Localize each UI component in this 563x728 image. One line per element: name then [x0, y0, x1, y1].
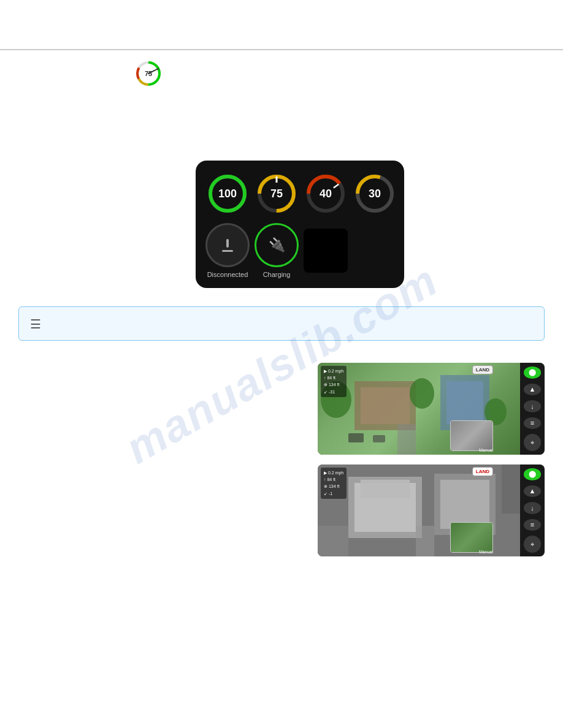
thermal-stat-signal: ↙ -1	[324, 490, 343, 497]
svg-rect-23	[348, 433, 364, 442]
drone-thermal-btn-gamepad[interactable]: ⌖	[524, 536, 541, 553]
drone-screenshot-thermal: ▶ 0.2 mph ↑ 84 ft ⊕ 134 ft ↙ -1 LAND Man…	[318, 464, 545, 556]
drone-btn-control: ⌖	[524, 434, 541, 451]
svg-rect-16	[361, 387, 410, 424]
note-box: ☰	[18, 306, 545, 341]
disconnected-icon-box	[205, 223, 250, 267]
gauge-100: 100	[205, 172, 250, 216]
gauge-label-75: 75	[270, 188, 283, 200]
disconnect-dot	[226, 239, 229, 248]
gauge-75: 75	[255, 172, 299, 216]
drone-thermal-stats-box: ▶ 0.2 mph ↑ 84 ft ⊕ 134 ft ↙ -1	[321, 468, 347, 499]
drone-thermal-btn-menu[interactable]: ≡	[524, 519, 541, 531]
svg-rect-33	[416, 526, 434, 556]
svg-rect-24	[373, 435, 385, 442]
status-charging: 🔌 Charging	[255, 223, 299, 278]
svg-rect-28	[361, 480, 410, 498]
svg-point-20	[410, 378, 434, 409]
hidden-box-1	[304, 229, 348, 273]
stat-signal: ↙ -31	[324, 389, 343, 395]
top-gauge-area: 75	[0, 50, 563, 87]
drone-btn-gamepad[interactable]: ⌖	[524, 434, 541, 451]
drone-thermal-btn-control: ⌖	[524, 536, 541, 553]
status-hidden-1	[304, 223, 348, 278]
drone-btn-down[interactable]: ↓	[524, 400, 541, 412]
gauge-label-100: 100	[218, 188, 237, 200]
drone-color-main-view: ▶ 0.2 mph ↑ 84 ft ⊕ 134 ft ↙ -31 LAND Ma…	[318, 363, 520, 455]
top-mini-gauge: 75	[135, 60, 162, 87]
drone-stats-box: ▶ 0.2 mph ↑ 84 ft ⊕ 134 ft ↙ -31	[321, 366, 347, 397]
svg-rect-22	[397, 424, 416, 455]
hidden-box-2	[353, 229, 397, 273]
disconnected-symbol	[222, 239, 233, 252]
gauge-label-40: 40	[320, 188, 332, 200]
drone-stats-color: ▶ 0.2 mph ↑ 84 ft ⊕ 134 ft ↙ -31	[321, 366, 347, 397]
thermal-stat-alt1: ↑ 84 ft	[324, 476, 343, 483]
charging-icon-box: 🔌	[255, 223, 299, 267]
gauge-label-30: 30	[369, 188, 381, 200]
drone-stats-thermal: ▶ 0.2 mph ↑ 84 ft ⊕ 134 ft ↙ -1	[321, 468, 347, 499]
thermal-mini-bg	[451, 523, 492, 552]
charging-label: Charging	[263, 271, 291, 278]
drone-sidebar-color: ⬤ ▲ ↓ ≡ ⌖	[520, 363, 545, 455]
top-gauge-label: 75	[145, 70, 152, 77]
drone-sidebar-thermal: ⬤ ▲ ↓ ≡ ⌖	[520, 464, 545, 556]
drone-mode-label-color: Manual	[479, 448, 493, 452]
note-icon: ☰	[30, 317, 41, 332]
drone-thermal-main-view: ▶ 0.2 mph ↑ 84 ft ⊕ 134 ft ↙ -1 LAND Man…	[318, 464, 520, 556]
gauge-circle-40: 40	[304, 172, 348, 216]
drone-color-mini-view	[450, 420, 493, 451]
thermal-stat-alt2: ⊕ 134 ft	[324, 483, 343, 490]
drone-land-button-color[interactable]: LAND	[472, 365, 493, 374]
gauge-circle-30: 30	[353, 172, 397, 216]
battery-dashboard: 100 75 40	[196, 161, 404, 288]
thermal-stat-speed: ▶ 0.2 mph	[324, 469, 343, 476]
svg-line-12	[334, 184, 339, 188]
drone-thermal-btn-down[interactable]: ↓	[524, 502, 541, 514]
svg-rect-18	[446, 381, 483, 424]
gauge-circle-75: 75	[255, 172, 299, 216]
drone-screenshot-color: ▶ 0.2 mph ↑ 84 ft ⊕ 134 ft ↙ -31 LAND Ma…	[318, 363, 545, 455]
mini-view-bg	[451, 421, 492, 450]
disconnected-label: Disconnected	[207, 271, 248, 278]
gauge-circle-100: 100	[205, 172, 250, 216]
drone-thermal-mini-view	[450, 522, 493, 553]
drone-btn-menu[interactable]: ≡	[524, 417, 541, 430]
svg-rect-32	[502, 464, 520, 514]
status-disconnected: Disconnected	[205, 223, 250, 278]
gauge-30: 30	[353, 172, 397, 216]
status-hidden-2	[353, 223, 397, 278]
stat-alt1: ↑ 84 ft	[324, 374, 343, 381]
disconnect-line	[222, 250, 233, 252]
svg-rect-30	[440, 480, 489, 529]
drone-mode-label-thermal: Manual	[479, 550, 493, 554]
plug-icon: 🔌	[269, 237, 285, 253]
drone-land-button-thermal[interactable]: LAND	[472, 467, 493, 476]
stat-alt2: ⊕ 134 ft	[324, 381, 343, 388]
drone-btn-up[interactable]: ▲	[524, 384, 541, 396]
drone-btn-record[interactable]: ⬤	[524, 366, 541, 379]
battery-status-row: Disconnected 🔌 Charging	[205, 223, 397, 278]
gauge-40: 40	[304, 172, 348, 216]
drone-thermal-btn-up[interactable]: ▲	[524, 485, 541, 498]
stat-speed: ▶ 0.2 mph	[324, 368, 343, 374]
drone-thermal-btn-record[interactable]: ⬤	[524, 468, 541, 480]
drone-screenshots: ▶ 0.2 mph ↑ 84 ft ⊕ 134 ft ↙ -31 LAND Ma…	[0, 363, 563, 556]
svg-rect-31	[318, 526, 348, 556]
